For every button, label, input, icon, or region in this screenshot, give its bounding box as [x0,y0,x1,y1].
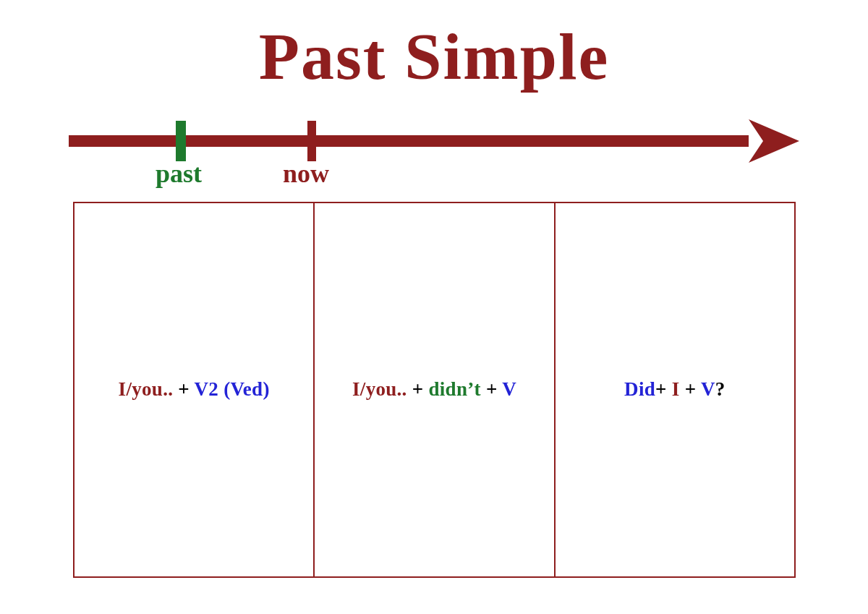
timeline-label-now: now [283,158,329,189]
svg-rect-3 [307,121,316,161]
neg-verb: V [502,378,516,400]
formula-negative: I/you.. + didn’t + V [352,376,516,404]
neg-subject: I/you.. [352,378,412,400]
neg-plus2: + [486,378,502,400]
neg-aux: didn’t [428,378,485,400]
page-title: Past Simple [0,18,868,95]
svg-marker-1 [749,119,799,163]
cell-affirmative: I/you.. + V2 (Ved) [75,203,315,576]
timeline: past now [69,112,799,184]
diagram-stage: Past Simple past now I/you.. + V2 (Ved) … [0,0,868,614]
neg-plus1: + [412,378,429,400]
q-aux: Did [624,378,655,400]
formula-grid: I/you.. + V2 (Ved) I/you.. + didn’t + V … [73,202,796,578]
q-verb: V [701,378,715,400]
aff-subject: I/you.. [119,378,179,400]
svg-rect-2 [176,121,186,161]
aff-verb: V2 (Ved) [195,378,270,400]
q-plus2: + [685,378,701,400]
cell-question: Did+ I + V? [556,203,794,576]
q-subject: I [672,378,685,400]
q-mark: ? [715,378,726,400]
formula-question: Did+ I + V? [624,376,725,404]
q-plus1: + [655,378,672,400]
formula-affirmative: I/you.. + V2 (Ved) [119,376,270,404]
cell-negative: I/you.. + didn’t + V [315,203,555,576]
timeline-label-past: past [156,158,202,189]
aff-plus1: + [178,378,194,400]
